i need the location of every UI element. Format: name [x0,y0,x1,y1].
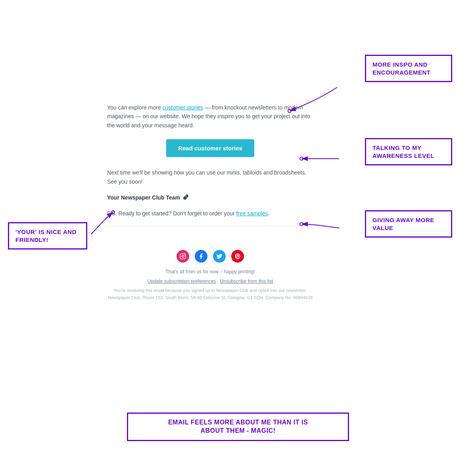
divider [107,226,313,226]
unsubscribe-link[interactable]: Unsubscribe from this list [220,278,273,284]
instagram-icon[interactable] [177,250,189,263]
svg-point-1 [182,255,184,257]
sign-off: Your Newspaper Club Team 🗞 [107,194,313,201]
twitter-icon[interactable] [213,250,226,263]
read-stories-button[interactable]: Read customer stories [166,139,254,157]
cta-container: Read customer stories [107,139,313,157]
customer-stories-link[interactable]: customer stories [163,104,203,111]
email-footer: That's all from us for now – happy print… [107,250,313,300]
body-paragraph: You can explore more customer stories — … [107,103,313,130]
footer-links: Update subscription preferences Unsubscr… [107,278,313,284]
annotation-awareness: TALKING TO MY AWARENESS LEVEL [365,138,452,165]
ps-paragraph: P.S. Ready to get started? Don't forget … [107,209,313,218]
svg-point-2 [184,255,185,255]
annotation-bottom: EMAIL FEELS MORE ABOUT ME THAN IT ISABOU… [127,413,349,441]
footer-tagline: That's all from us for now – happy print… [107,269,313,274]
svg-rect-0 [180,253,185,259]
annotation-your-friendly: 'YOUR' IS NICE AND FRIENDLY! [8,222,87,250]
page-container: You can explore more customer stories — … [0,0,476,476]
social-icons-row [107,250,313,263]
next-time-paragraph: Next time we'll be showing how you can u… [107,168,313,186]
annotation-inspo: MORE INSPO AND ENCOURAGEMENT [365,55,452,82]
footer-address: Newspaper Club, Room 103, South Block, 5… [107,295,313,300]
facebook-icon[interactable] [195,250,207,263]
footer-notice: You're receiving this email because you … [107,288,313,293]
annotation-value: GIVING AWAY MORE VALUE [365,210,452,238]
free-samples-link[interactable]: free samples [236,210,268,217]
email-content: You can explore more customer stories — … [107,103,313,234]
newspaper-emoji: 🗞 [182,194,189,201]
update-preferences-link[interactable]: Update subscription preferences [148,278,216,284]
pinterest-icon[interactable] [231,250,244,263]
